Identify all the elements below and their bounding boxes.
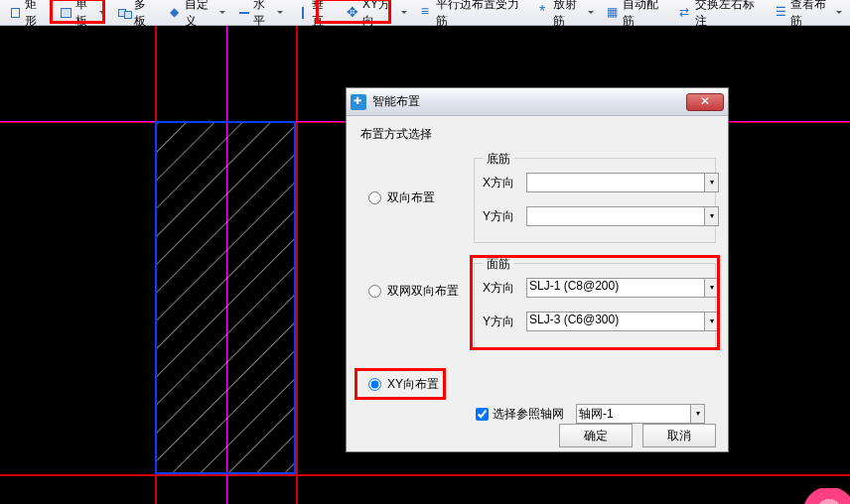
parallel-icon bbox=[419, 5, 434, 21]
decorative-corner bbox=[804, 488, 850, 504]
rect-icon bbox=[8, 5, 23, 21]
vertical-button-label: 垂直 bbox=[312, 0, 334, 30]
swap-annotate-button-label: 交换左右标注 bbox=[695, 0, 762, 30]
swap-annotate-button[interactable]: 交换左右标注 bbox=[673, 0, 767, 32]
view-rebar-button-label: 查看布筋 bbox=[790, 0, 834, 30]
auto-rebar-button[interactable]: 自动配筋 bbox=[601, 0, 671, 32]
radio-two-way-label: 双向布置 bbox=[387, 189, 435, 206]
xy-direction-button-label: XY方向 bbox=[362, 0, 399, 30]
radio-double-net-label: 双网双向布置 bbox=[387, 283, 459, 300]
face-x-label: X方向 bbox=[483, 280, 526, 297]
radio-double-net[interactable]: 双网双向布置 bbox=[368, 283, 459, 300]
rect-button[interactable]: 矩形 bbox=[3, 0, 52, 32]
single-board-button[interactable]: 单板 bbox=[54, 0, 110, 32]
view-icon bbox=[774, 5, 788, 21]
dialog-icon bbox=[351, 94, 366, 110]
radial-icon bbox=[536, 5, 551, 21]
cancel-button[interactable]: 取消 bbox=[642, 424, 716, 447]
grid-ref-dropdown[interactable]: ▾ bbox=[691, 404, 705, 424]
radio-double-net-input[interactable] bbox=[368, 285, 381, 298]
radial-rebar-button[interactable]: 放射筋 bbox=[531, 0, 599, 32]
smart-layout-dialog: 智能布置 ✕ 布置方式选择 双向布置 双网双向布置 XY向布置 底筋 X方向 ▾… bbox=[346, 87, 729, 452]
custom-button[interactable]: 自定义 bbox=[163, 0, 230, 32]
board-icon bbox=[59, 5, 73, 21]
radio-two-way-input[interactable] bbox=[368, 191, 381, 204]
radio-xy-label: XY向布置 bbox=[387, 376, 439, 393]
grid-line-horizontal bbox=[0, 474, 850, 476]
bottom-y-input[interactable] bbox=[526, 206, 705, 226]
xy-icon bbox=[346, 5, 360, 21]
radio-two-way[interactable]: 双向布置 bbox=[368, 189, 435, 206]
vert-icon bbox=[295, 5, 310, 21]
multi-board-button-label: 多板 bbox=[134, 0, 156, 30]
svg-rect-1 bbox=[157, 123, 294, 472]
grid-ref-row: 选择参照轴网 轴网-1 ▾ bbox=[476, 404, 705, 424]
xy-direction-button[interactable]: XY方向 bbox=[341, 0, 412, 32]
ok-button[interactable]: 确定 bbox=[559, 424, 633, 447]
grid-ref-checkbox[interactable] bbox=[476, 408, 489, 421]
radio-xy-input[interactable] bbox=[368, 378, 381, 391]
radial-rebar-button-label: 放射筋 bbox=[553, 0, 586, 30]
vertical-button[interactable]: 垂直 bbox=[290, 0, 339, 32]
bottom-rebar-group: 底筋 X方向 ▾ Y方向 ▾ bbox=[474, 158, 716, 243]
slab-hatch bbox=[157, 123, 294, 472]
custom-icon bbox=[168, 5, 183, 21]
face-y-dropdown[interactable]: ▾ bbox=[705, 312, 719, 331]
close-button[interactable]: ✕ bbox=[686, 93, 724, 111]
grid-line-vertical bbox=[296, 26, 298, 504]
bottom-y-label: Y方向 bbox=[483, 208, 526, 225]
auto-rebar-button-label: 自动配筋 bbox=[623, 0, 667, 30]
swap-icon bbox=[678, 5, 693, 21]
layout-group-title: 布置方式选择 bbox=[360, 126, 432, 143]
bottom-x-input[interactable] bbox=[526, 173, 705, 192]
horizontal-button-label: 水平 bbox=[253, 0, 275, 30]
auto-icon bbox=[606, 5, 621, 21]
parallel-edge-button[interactable]: 平行边布置受力筋 bbox=[414, 0, 529, 32]
face-x-dropdown[interactable]: ▾ bbox=[705, 278, 719, 298]
bottom-x-dropdown[interactable]: ▾ bbox=[705, 173, 719, 192]
grid-ref-select[interactable]: 轴网-1 bbox=[576, 404, 691, 424]
multi-board-button[interactable]: 多板 bbox=[112, 0, 161, 32]
horizontal-button[interactable]: 水平 bbox=[232, 0, 289, 32]
face-x-input[interactable]: SLJ-1 (C8@200) bbox=[526, 278, 705, 298]
face-y-input[interactable]: SLJ-3 (C6@300) bbox=[526, 312, 705, 331]
multi-icon bbox=[117, 5, 132, 21]
face-rebar-group: 面筋 X方向 SLJ-1 (C8@200) ▾ Y方向 SLJ-3 (C6@30… bbox=[474, 263, 716, 348]
bottom-y-dropdown[interactable]: ▾ bbox=[705, 206, 719, 226]
face-rebar-legend: 面筋 bbox=[483, 256, 514, 273]
horiz-icon bbox=[237, 5, 252, 21]
face-y-label: Y方向 bbox=[483, 314, 526, 330]
custom-button-label: 自定义 bbox=[185, 0, 217, 30]
radio-xy[interactable]: XY向布置 bbox=[368, 376, 439, 393]
single-board-button-label: 单板 bbox=[75, 0, 97, 30]
toolbar: 矩形单板多板自定义水平垂直XY方向平行边布置受力筋放射筋自动配筋交换左右标注查看… bbox=[0, 0, 850, 26]
dialog-title: 智能布置 bbox=[372, 93, 686, 110]
view-rebar-button[interactable]: 查看布筋 bbox=[769, 0, 847, 32]
rect-button-label: 矩形 bbox=[25, 0, 47, 30]
bottom-rebar-legend: 底筋 bbox=[483, 151, 514, 168]
bottom-x-label: X方向 bbox=[483, 175, 526, 191]
grid-ref-label: 选择参照轴网 bbox=[493, 406, 564, 423]
dialog-titlebar[interactable]: 智能布置 ✕ bbox=[347, 88, 728, 116]
parallel-edge-button-label: 平行边布置受力筋 bbox=[436, 0, 524, 30]
